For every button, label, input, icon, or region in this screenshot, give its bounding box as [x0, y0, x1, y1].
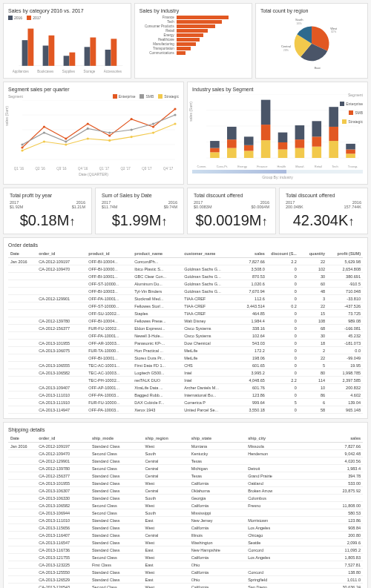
scrollbar[interactable]	[192, 170, 363, 174]
svg-rect-1	[27, 29, 33, 66]
table-cell: Concord	[246, 569, 309, 576]
date-cell	[8, 472, 36, 480]
date-cell	[8, 576, 36, 584]
col-header[interactable]: Date	[8, 250, 36, 258]
table-row[interactable]: CA-2013-111010OFF-PA-10003...Bagged Rubb…	[8, 392, 363, 399]
col-header[interactable]: Date	[8, 435, 36, 443]
table-row[interactable]: CA-2013-116736Standard ClassEastNew Hamp…	[8, 546, 363, 554]
col-header[interactable]: customer_name	[182, 250, 235, 258]
table-row[interactable]: CA-2012-156377FUR-FU-10002...Eldon Expre…	[8, 325, 363, 332]
table-row[interactable]: CA-2012-109470OFF-BI-10000...Ibico Plast…	[8, 265, 363, 273]
date-cell	[8, 340, 36, 347]
table-cell: West	[143, 554, 189, 561]
table-row[interactable]: CA-2013-126529Standard ClassEastOhioSpri…	[8, 576, 363, 584]
table-cell: OFF-BI-10001...	[86, 273, 132, 280]
table-cell: FUR-FU-10000...	[86, 399, 132, 406]
table-row[interactable]: CA-2013-106582Second ClassWestCalifornia…	[8, 502, 363, 509]
table-cell: Standard Class	[90, 517, 143, 524]
svg-rect-77	[346, 153, 355, 158]
table-row[interactable]: CA-2012-129901OFF-PA-10001...Stocknall M…	[8, 295, 363, 303]
col-header[interactable]: order_id	[36, 435, 90, 443]
table-row[interactable]: CA-2012-139780Second ClassCentralMichiga…	[8, 465, 363, 472]
date-cell	[8, 377, 36, 384]
table-row[interactable]: CA-2012-139780OFF-BI-10004...Fellowes Pr…	[8, 317, 363, 325]
col-header[interactable]: quantity	[299, 250, 327, 258]
col-header[interactable]: ship_mode	[90, 435, 143, 443]
table-cell: 48	[299, 288, 327, 295]
table-row[interactable]: CA-2012-156377Standard ClassCentralTexas…	[8, 472, 363, 480]
table-row[interactable]: OFF-ST-10000...Aluminum Do...Goldman Sac…	[8, 280, 363, 288]
table-cell: 2.2	[267, 258, 299, 265]
table-row[interactable]: CA-2012-129901Standard ClassCentralTexas…	[8, 457, 363, 465]
table-cell: TIAA-CREF	[182, 295, 235, 303]
table-row[interactable]: CA-2013-106307Standard ClassCentralOklah…	[8, 487, 363, 495]
table-row[interactable]: OFF-PA-10001...Newell 3-Hole...Cisco Sys…	[8, 332, 363, 340]
table-row[interactable]: CA-2013-121755Second ClassWestCalifornia…	[8, 554, 363, 561]
col-header[interactable]: ship_region	[143, 435, 189, 443]
col-header[interactable]: sales	[235, 250, 267, 258]
table-cell: CA-2013-109407	[36, 384, 86, 392]
table-row[interactable]: Jan 2016CA-2012-109197OFF-BI-10004...Con…	[8, 258, 363, 265]
table-row[interactable]: CA-2013-115656Standard ClassWestCaliforn…	[8, 524, 363, 532]
table-row[interactable]: CA-2013-101955Standard ClassWestCaliforn…	[8, 480, 363, 487]
table-row[interactable]: CA-2013-126543Second ClassWestCalifornia…	[8, 584, 363, 589]
svg-rect-65	[278, 150, 288, 158]
col-header[interactable]: product_name	[132, 250, 182, 258]
table-row[interactable]: CA-2013-106555TEC-AC-10001...First Data …	[8, 362, 363, 369]
stacked-bar-chart	[192, 94, 363, 161]
table-cell: 999.64	[235, 399, 267, 406]
table-cell: 870.53	[235, 273, 267, 280]
table-row[interactable]: OFF-ST-10000...Fellowes Stor/...TIAA-CRE…	[8, 303, 363, 310]
table-cell: 18	[299, 340, 327, 347]
table-row[interactable]: OFF-BI-10001...Storex Dura Pr...MetLife1…	[8, 354, 363, 362]
table-cell: California	[189, 569, 246, 576]
table-row[interactable]: Jan 2016CA-2012-109197Standard ClassWest…	[8, 443, 363, 450]
table-cell: CA-2013-115656	[36, 524, 90, 532]
table-row[interactable]: CA-2013-106330Standard ClassSouthGeorgia…	[8, 495, 363, 502]
col-header[interactable]: ship_state	[189, 435, 246, 443]
section-title: Order details	[8, 242, 363, 248]
table-row[interactable]: TEC-PH-10002...netTALK DUOIntel4,048.652…	[8, 377, 363, 384]
col-header[interactable]: order_id	[36, 250, 86, 258]
shipping-details-table[interactable]: Dateorder_idship_modeship_regionship_sta…	[8, 435, 363, 588]
col-header[interactable]: profit (SUM)	[327, 250, 363, 258]
table-row[interactable]: CA-2013-111010Standard ClassEastNew Jers…	[8, 517, 363, 524]
table-cell: Logitech G500...	[132, 369, 182, 377]
table-row[interactable]: CA-2013-125550Standard ClassWestCaliforn…	[8, 569, 363, 576]
table-row[interactable]: CA-2013-106075FUR-TA-10000...Hon Practic…	[8, 347, 363, 354]
table-cell: West	[143, 443, 189, 450]
table-cell: 68	[299, 325, 327, 332]
table-cell	[36, 280, 86, 288]
table-row[interactable]: OFF-SU-10002...StaplesTIAA-CREF464.85015…	[8, 310, 363, 317]
chart-legend: 2016 2017	[8, 16, 126, 20]
table-cell: -181.073	[327, 340, 363, 347]
order-details-table[interactable]: Dateorder_idproduct_idproduct_namecustom…	[8, 250, 363, 414]
table-row[interactable]: CA-2013-114947OFF-PA-10003...Xerox 1943U…	[8, 406, 363, 414]
kpi-card: Total discount offered2017200.048K201615…	[279, 188, 368, 234]
table-row[interactable]: CA-2013-101955OFF-AR-10003...Panasonic K…	[8, 340, 363, 347]
table-cell: West	[143, 569, 189, 576]
col-header[interactable]: discount (S...	[267, 250, 299, 258]
table-cell: 0	[267, 340, 299, 347]
table-cell	[246, 509, 309, 517]
table-row[interactable]: OFF-BI-10001...GBC Clear Con...Goldman S…	[8, 273, 363, 280]
table-cell: Central	[143, 487, 189, 495]
table-row[interactable]: CA-2013-109407OFF-AP-10001...XtraLife Da…	[8, 384, 363, 392]
table-row[interactable]: CA-2013-111910FUR-FU-10000...DAX Cubicle…	[8, 399, 363, 406]
kpi-card: Total profit by year2017$1.92M2016$1.21M…	[3, 188, 92, 234]
table-cell: Kentucky	[189, 450, 246, 457]
col-header[interactable]: product_id	[86, 250, 132, 258]
table-row[interactable]: CA-2013-116547Standard ClassWestWashingt…	[8, 539, 363, 546]
table-row[interactable]: OFF-BI-10003...Tyl-Vin BindersGoldman Sa…	[8, 288, 363, 295]
table-cell: -33.810	[327, 295, 363, 303]
table-row[interactable]: CA-2013-106582TEC-AC-10003...Logitech G5…	[8, 369, 363, 377]
date-cell	[8, 392, 36, 399]
table-row[interactable]: CA-2013-123225First ClassEastOhio7,527.8…	[8, 561, 363, 569]
table-row[interactable]: CA-2012-109470Second ClassSouthKentuckyH…	[8, 450, 363, 457]
table-cell: GBC Clear Con...	[132, 273, 182, 280]
kpi-value: $0.18M↑	[10, 212, 85, 229]
col-header[interactable]: sales	[309, 435, 363, 443]
table-row[interactable]: CA-2013-106944Second ClassSouthMississip…	[8, 509, 363, 517]
table-row[interactable]: CA-2013-116407Standard ClassCentralIllin…	[8, 532, 363, 539]
col-header[interactable]: ship_city	[246, 435, 309, 443]
